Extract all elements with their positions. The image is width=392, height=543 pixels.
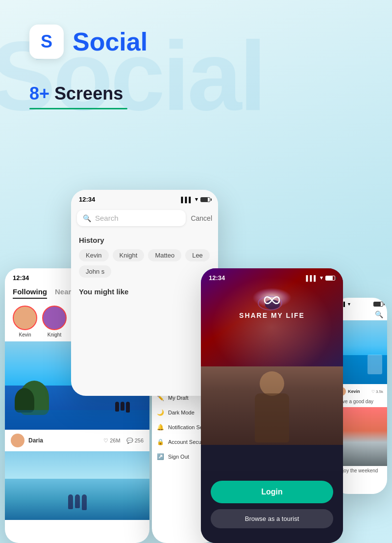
right-battery-icon <box>373 302 383 307</box>
menu-dark-mode-label: Dark Mode <box>168 410 195 415</box>
chip-john[interactable]: John s <box>79 265 111 278</box>
search-placeholder-text: Search <box>95 214 119 222</box>
sign-out-icon: ↗️ <box>157 453 164 460</box>
menu-sign-out-label: Sign Out <box>168 454 189 460</box>
screens-label: 8+ Screens <box>0 59 392 109</box>
might-like-label: You might like <box>71 284 218 296</box>
chip-kevin[interactable]: Kevin <box>79 249 109 261</box>
login-bottom: Login Browse as a tourist <box>201 471 343 543</box>
story-knight[interactable]: Knight <box>42 306 67 337</box>
login-signal-icon: ▌▌▌ <box>306 275 318 281</box>
security-icon: 🔒 <box>157 439 164 445</box>
history-label: History <box>79 236 210 244</box>
logo-letter: S <box>41 31 52 52</box>
login-status-bar: 12:34 ▌▌▌ ▾ <box>201 268 343 284</box>
feed-user-avatar <box>11 434 24 447</box>
notification-icon: 🔔 <box>157 424 164 431</box>
right-stats: ♡ 3.5k <box>371 389 383 394</box>
right-battery-area <box>373 302 383 307</box>
login-overlay: SHARE MY LIFE <box>201 293 343 319</box>
feed-post-image2 <box>5 451 149 520</box>
feed-user: Daria <box>11 434 43 447</box>
search-status-bar: 12:34 ▌▌▌ ▾ <box>71 190 218 206</box>
story-name-kevin: Kevin <box>19 332 31 337</box>
search-input-box[interactable]: 🔍 Search <box>77 210 186 226</box>
browse-button[interactable]: Browse as a tourist <box>211 509 333 528</box>
share-my-life-text: SHARE MY LIFE <box>239 311 305 319</box>
feed-likes: ♡ 26M <box>103 438 120 444</box>
story-kevin[interactable]: Kevin <box>13 306 37 337</box>
login-battery-icon <box>325 276 335 281</box>
search-time: 12:34 <box>79 196 95 203</box>
header: S Social <box>0 0 392 59</box>
login-time: 12:34 <box>209 274 225 282</box>
story-avatar-kevin <box>13 306 37 330</box>
search-status-icons: ▌▌▌ ▾ <box>181 196 210 203</box>
phones-area: 12:34 ▌▌▌ ▾ Following Nearby Kevin Knigh… <box>0 157 392 543</box>
feed-stats: ♡ 26M 💬 256 <box>103 438 144 444</box>
phone-search: 12:34 ▌▌▌ ▾ 🔍 Search Cancel History Kevi… <box>71 190 218 396</box>
infinity-logo <box>257 293 287 308</box>
feed-username: Daria <box>28 437 43 444</box>
search-bar: 🔍 Search Cancel <box>71 206 218 230</box>
tab-following[interactable]: Following <box>13 287 47 299</box>
chip-knight[interactable]: Knight <box>113 249 145 261</box>
logo-box: S <box>29 25 64 59</box>
search-wifi-icon: ▾ <box>195 196 198 203</box>
history-chips: Kevin Knight Matteo Lee John s <box>79 249 210 278</box>
search-magnifier-icon: 🔍 <box>83 214 91 222</box>
login-mid-image <box>201 366 343 445</box>
search-signal-icon: ▌▌▌ <box>181 197 193 203</box>
screens-underline <box>29 108 127 109</box>
story-name-knight: Knight <box>48 332 61 337</box>
login-status-icons: ▌▌▌ ▾ <box>306 275 335 281</box>
story-avatar-knight <box>42 306 67 330</box>
screens-text: 8+ Screens <box>29 83 363 104</box>
search-battery-icon <box>200 197 210 202</box>
chip-matteo[interactable]: Matteo <box>148 249 181 261</box>
dark-mode-icon: 🌙 <box>157 409 164 416</box>
phone-login: 12:34 ▌▌▌ ▾ <box>201 268 343 543</box>
feed-comments: 💬 256 <box>126 438 144 444</box>
screens-word: Screens <box>54 83 123 103</box>
right-search-icon[interactable]: 🔍 <box>375 310 383 318</box>
login-mid-portrait <box>201 366 343 445</box>
feed-time: 12:34 <box>13 274 29 282</box>
feed-meta: Daria ♡ 26M 💬 256 <box>5 430 149 451</box>
brand-name: Social <box>73 27 147 56</box>
screens-number: 8+ <box>29 83 49 103</box>
login-wifi-icon: ▾ <box>320 275 323 281</box>
dock-element <box>368 355 382 374</box>
history-section: History Kevin Knight Matteo Lee John s <box>71 230 218 284</box>
right-username: Kevin <box>348 389 360 394</box>
login-button[interactable]: Login <box>211 481 333 503</box>
chip-lee[interactable]: Lee <box>185 249 210 261</box>
search-cancel-button[interactable]: Cancel <box>191 214 212 222</box>
